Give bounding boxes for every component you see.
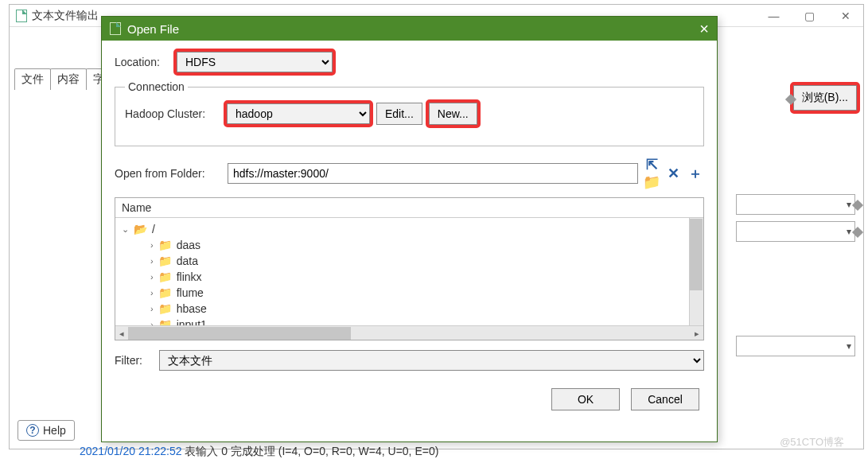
folder-icon: 📁 <box>158 302 172 315</box>
window-controls: ― ▢ ✕ <box>756 5 863 27</box>
filter-label: Filter: <box>115 354 154 367</box>
tree-item-hbase[interactable]: › 📁 hbase <box>122 301 697 317</box>
bg-dropdown-3[interactable] <box>736 336 855 356</box>
dialog-body: Location: HDFS Connection Hadoop Cluster… <box>102 41 717 410</box>
maximize-button[interactable]: ▢ <box>792 5 827 27</box>
chevron-right-icon[interactable]: › <box>150 304 154 313</box>
open-folder-row: Open from Folder: ⇱📁 ✕ ＋ <box>115 156 704 191</box>
help-button[interactable]: ? Help <box>18 420 75 441</box>
add-icon[interactable]: ＋ <box>687 164 704 183</box>
document-icon <box>16 10 27 22</box>
help-icon: ? <box>26 424 39 437</box>
highlight-browse: 浏览(B)... <box>792 84 858 112</box>
edit-button[interactable]: Edit... <box>376 103 422 125</box>
horizontal-scrollbar[interactable]: ◂ ▸ <box>115 325 703 340</box>
dialog-title: Open File <box>127 22 179 36</box>
tab-file[interactable]: 文件 <box>14 68 51 90</box>
tab-content[interactable]: 内容 <box>50 68 87 90</box>
tree-item-data[interactable]: › 📁 data <box>122 253 697 269</box>
new-button[interactable]: New... <box>429 103 477 125</box>
watermark: @51CTO博客 <box>780 435 844 449</box>
chevron-right-icon[interactable]: › <box>150 256 154 266</box>
dialog-close-icon[interactable]: × <box>699 21 709 37</box>
cluster-select[interactable]: hadoop <box>227 103 370 124</box>
chevron-right-icon[interactable]: › <box>150 288 154 298</box>
minimize-button[interactable]: ― <box>756 5 792 27</box>
open-folder-label: Open from Folder: <box>115 167 223 180</box>
file-list: Name ⌄ 📂 / › 📁 daas › 📁 data › 📁 flinkx … <box>115 197 704 340</box>
scrollbar-thumb[interactable] <box>690 219 703 290</box>
folder-open-icon: 📂 <box>134 223 147 235</box>
scrollbar-thumb[interactable] <box>128 327 351 340</box>
cluster-row: Hadoop Cluster: hadoop Edit... New... <box>125 101 694 126</box>
filter-select[interactable]: 文本文件 <box>159 350 704 371</box>
close-button[interactable]: ✕ <box>827 5 863 27</box>
bg-dropdown-1[interactable] <box>736 194 855 215</box>
open-folder-input[interactable] <box>228 163 638 184</box>
open-file-dialog: Open File × Location: HDFS Connection Ha… <box>101 16 718 442</box>
tree-item-daas[interactable]: › 📁 daas <box>122 237 697 253</box>
tree-item-flume[interactable]: › 📁 flume <box>122 285 697 301</box>
folder-icon: 📁 <box>158 239 172 251</box>
tree-item-input1[interactable]: › 📁 input1 <box>122 317 697 325</box>
scroll-left-icon[interactable]: ◂ <box>115 326 128 340</box>
file-tree: ⌄ 📂 / › 📁 daas › 📁 data › 📁 flinkx › 📁 f… <box>122 221 697 325</box>
highlight-location: HDFS <box>175 50 334 74</box>
folder-icon: 📁 <box>158 270 172 283</box>
document-icon <box>110 22 121 35</box>
log-timestamp: 2021/01/20 21:22:52 <box>80 445 181 457</box>
connection-legend: Connection <box>125 80 188 93</box>
highlight-new: New... <box>427 101 479 126</box>
tree-root[interactable]: ⌄ 📂 / <box>122 221 697 237</box>
vertical-scrollbar[interactable] <box>689 218 703 325</box>
location-label: Location: <box>115 56 170 68</box>
log-line: 2021/01/20 21:22:52 表输入 0 完成处理 (I=4, O=0… <box>80 445 438 459</box>
dialog-titlebar: Open File × <box>102 17 717 41</box>
scroll-right-icon[interactable]: ▸ <box>691 326 703 340</box>
chevron-right-icon[interactable]: › <box>150 272 154 282</box>
cluster-label: Hadoop Cluster: <box>125 107 220 120</box>
help-label: Help <box>43 424 66 437</box>
file-list-header[interactable]: Name <box>115 198 703 218</box>
highlight-cluster: hadoop <box>225 102 372 126</box>
file-list-body: ⌄ 📂 / › 📁 daas › 📁 data › 📁 flinkx › 📁 f… <box>115 218 703 325</box>
chevron-down-icon[interactable]: ⌄ <box>122 224 129 235</box>
filter-row: Filter: 文本文件 <box>115 350 704 371</box>
location-select[interactable]: HDFS <box>177 52 333 72</box>
chevron-right-icon[interactable]: › <box>150 240 154 250</box>
dialog-footer: OK Cancel <box>115 377 704 410</box>
ok-button[interactable]: OK <box>551 388 620 410</box>
location-row: Location: HDFS <box>115 50 704 74</box>
folder-icon: 📁 <box>158 255 172 267</box>
browse-button[interactable]: 浏览(B)... <box>793 85 857 111</box>
tabs: 文件 内容 字 <box>14 68 111 90</box>
bg-dropdown-2[interactable] <box>736 221 855 242</box>
up-folder-icon[interactable]: ⇱📁 <box>643 156 660 191</box>
folder-icon: 📁 <box>158 286 172 299</box>
delete-icon[interactable]: ✕ <box>665 165 682 182</box>
cancel-button[interactable]: Cancel <box>631 388 699 410</box>
chevron-right-icon[interactable]: › <box>150 320 154 325</box>
connection-group: Connection Hadoop Cluster: hadoop Edit..… <box>115 80 704 146</box>
tree-item-flinkx[interactable]: › 📁 flinkx <box>122 269 697 285</box>
folder-icon: 📁 <box>158 318 172 325</box>
parent-title: 文本文件输出 <box>32 9 99 23</box>
log-text: 表输入 0 完成处理 (I=4, O=0, R=0, W=4, U=0, E=0… <box>181 445 438 457</box>
